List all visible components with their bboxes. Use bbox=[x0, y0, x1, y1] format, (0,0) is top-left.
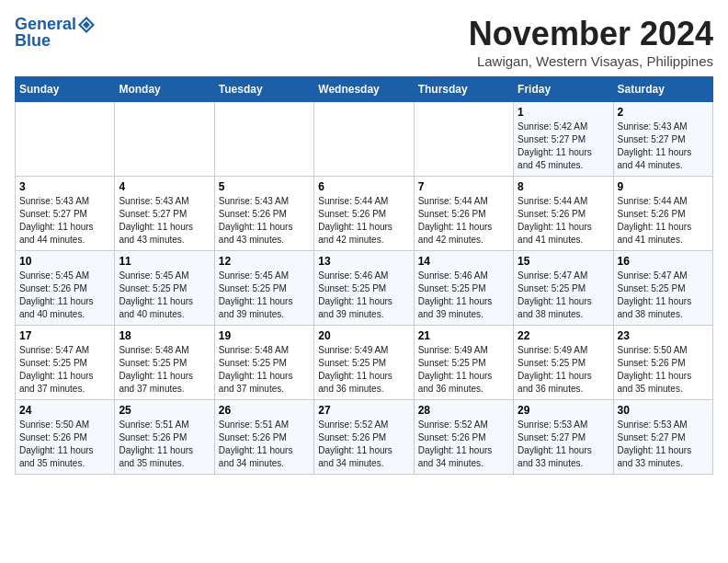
day-number: 7 bbox=[418, 180, 509, 193]
day-number: 5 bbox=[219, 180, 310, 193]
day-number: 23 bbox=[618, 329, 709, 342]
day-info: Sunrise: 5:45 AMSunset: 5:25 PMDaylight:… bbox=[119, 270, 210, 321]
week-row-4: 17Sunrise: 5:47 AMSunset: 5:25 PMDayligh… bbox=[16, 326, 713, 400]
header-monday: Monday bbox=[115, 77, 214, 102]
day-info: Sunrise: 5:53 AMSunset: 5:27 PMDaylight:… bbox=[618, 419, 709, 470]
day-info: Sunrise: 5:48 AMSunset: 5:25 PMDaylight:… bbox=[119, 344, 210, 396]
logo-blue: Blue bbox=[15, 31, 95, 52]
header-thursday: Thursday bbox=[414, 77, 513, 102]
day-info: Sunrise: 5:43 AMSunset: 5:27 PMDaylight:… bbox=[19, 195, 110, 247]
day-info: Sunrise: 5:49 AMSunset: 5:25 PMDaylight:… bbox=[418, 344, 509, 396]
day-info: Sunrise: 5:45 AMSunset: 5:25 PMDaylight:… bbox=[219, 270, 310, 321]
day-number: 2 bbox=[618, 106, 709, 119]
day-number: 13 bbox=[318, 255, 409, 268]
day-number: 21 bbox=[418, 329, 509, 342]
day-cell: 10Sunrise: 5:45 AMSunset: 5:26 PMDayligh… bbox=[16, 251, 115, 326]
day-info: Sunrise: 5:52 AMSunset: 5:26 PMDaylight:… bbox=[318, 419, 409, 470]
day-info: Sunrise: 5:50 AMSunset: 5:26 PMDaylight:… bbox=[19, 419, 110, 470]
day-cell: 27Sunrise: 5:52 AMSunset: 5:26 PMDayligh… bbox=[314, 400, 414, 475]
day-number: 12 bbox=[219, 255, 310, 268]
day-number: 3 bbox=[19, 180, 110, 193]
day-cell: 3Sunrise: 5:43 AMSunset: 5:27 PMDaylight… bbox=[16, 177, 115, 251]
day-info: Sunrise: 5:46 AMSunset: 5:25 PMDaylight:… bbox=[418, 270, 509, 321]
day-info: Sunrise: 5:43 AMSunset: 5:27 PMDaylight:… bbox=[119, 195, 210, 247]
week-row-2: 3Sunrise: 5:43 AMSunset: 5:27 PMDaylight… bbox=[16, 177, 713, 251]
day-number: 1 bbox=[518, 106, 609, 119]
day-info: Sunrise: 5:43 AMSunset: 5:26 PMDaylight:… bbox=[219, 195, 310, 247]
header-saturday: Saturday bbox=[613, 77, 712, 102]
day-info: Sunrise: 5:51 AMSunset: 5:26 PMDaylight:… bbox=[219, 419, 310, 470]
day-info: Sunrise: 5:48 AMSunset: 5:25 PMDaylight:… bbox=[219, 344, 310, 396]
day-number: 27 bbox=[318, 404, 409, 417]
header-sunday: Sunday bbox=[16, 77, 115, 102]
day-number: 22 bbox=[518, 329, 609, 342]
day-cell: 2Sunrise: 5:43 AMSunset: 5:27 PMDaylight… bbox=[613, 102, 712, 177]
day-cell bbox=[16, 102, 115, 177]
day-cell: 19Sunrise: 5:48 AMSunset: 5:25 PMDayligh… bbox=[214, 326, 313, 400]
day-cell: 4Sunrise: 5:43 AMSunset: 5:27 PMDaylight… bbox=[115, 177, 214, 251]
day-number: 29 bbox=[518, 404, 609, 417]
day-number: 8 bbox=[518, 180, 609, 193]
day-info: Sunrise: 5:42 AMSunset: 5:27 PMDaylight:… bbox=[518, 121, 609, 172]
day-number: 26 bbox=[219, 404, 310, 417]
day-number: 14 bbox=[418, 255, 509, 268]
day-number: 25 bbox=[119, 404, 210, 417]
day-cell: 24Sunrise: 5:50 AMSunset: 5:26 PMDayligh… bbox=[16, 400, 115, 475]
day-info: Sunrise: 5:49 AMSunset: 5:25 PMDaylight:… bbox=[518, 344, 609, 396]
day-info: Sunrise: 5:49 AMSunset: 5:25 PMDaylight:… bbox=[318, 344, 409, 396]
day-number: 24 bbox=[19, 404, 110, 417]
day-cell: 14Sunrise: 5:46 AMSunset: 5:25 PMDayligh… bbox=[414, 251, 513, 326]
day-info: Sunrise: 5:50 AMSunset: 5:26 PMDaylight:… bbox=[618, 344, 709, 396]
day-cell: 18Sunrise: 5:48 AMSunset: 5:25 PMDayligh… bbox=[115, 326, 214, 400]
header-row: SundayMondayTuesdayWednesdayThursdayFrid… bbox=[16, 77, 713, 102]
day-number: 28 bbox=[418, 404, 509, 417]
day-number: 30 bbox=[618, 404, 709, 417]
day-cell bbox=[115, 102, 214, 177]
day-info: Sunrise: 5:44 AMSunset: 5:26 PMDaylight:… bbox=[418, 195, 509, 247]
day-cell: 28Sunrise: 5:52 AMSunset: 5:26 PMDayligh… bbox=[414, 400, 513, 475]
day-number: 9 bbox=[618, 180, 709, 193]
day-info: Sunrise: 5:51 AMSunset: 5:26 PMDaylight:… bbox=[119, 419, 210, 470]
day-cell: 12Sunrise: 5:45 AMSunset: 5:25 PMDayligh… bbox=[214, 251, 313, 326]
day-number: 20 bbox=[318, 329, 409, 342]
page-header: General Blue November 2024 Lawigan, West… bbox=[15, 15, 713, 69]
day-info: Sunrise: 5:47 AMSunset: 5:25 PMDaylight:… bbox=[19, 344, 110, 396]
day-number: 11 bbox=[119, 255, 210, 268]
header-wednesday: Wednesday bbox=[314, 77, 414, 102]
logo: General Blue bbox=[15, 15, 95, 51]
day-cell: 7Sunrise: 5:44 AMSunset: 5:26 PMDaylight… bbox=[414, 177, 513, 251]
day-cell: 1Sunrise: 5:42 AMSunset: 5:27 PMDaylight… bbox=[514, 102, 613, 177]
day-cell bbox=[214, 102, 313, 177]
day-info: Sunrise: 5:44 AMSunset: 5:26 PMDaylight:… bbox=[518, 195, 609, 247]
day-cell: 11Sunrise: 5:45 AMSunset: 5:25 PMDayligh… bbox=[115, 251, 214, 326]
day-cell: 8Sunrise: 5:44 AMSunset: 5:26 PMDaylight… bbox=[514, 177, 613, 251]
day-info: Sunrise: 5:47 AMSunset: 5:25 PMDaylight:… bbox=[518, 270, 609, 321]
day-cell: 23Sunrise: 5:50 AMSunset: 5:26 PMDayligh… bbox=[613, 326, 712, 400]
day-cell bbox=[314, 102, 414, 177]
calendar-table: SundayMondayTuesdayWednesdayThursdayFrid… bbox=[15, 76, 713, 475]
location: Lawigan, Western Visayas, Philippines bbox=[469, 53, 713, 69]
day-number: 10 bbox=[19, 255, 110, 268]
day-number: 18 bbox=[119, 329, 210, 342]
day-info: Sunrise: 5:44 AMSunset: 5:26 PMDaylight:… bbox=[618, 195, 709, 247]
day-cell: 26Sunrise: 5:51 AMSunset: 5:26 PMDayligh… bbox=[214, 400, 313, 475]
day-cell: 9Sunrise: 5:44 AMSunset: 5:26 PMDaylight… bbox=[613, 177, 712, 251]
day-info: Sunrise: 5:53 AMSunset: 5:27 PMDaylight:… bbox=[518, 419, 609, 470]
day-info: Sunrise: 5:44 AMSunset: 5:26 PMDaylight:… bbox=[318, 195, 409, 247]
day-cell: 21Sunrise: 5:49 AMSunset: 5:25 PMDayligh… bbox=[414, 326, 513, 400]
day-info: Sunrise: 5:52 AMSunset: 5:26 PMDaylight:… bbox=[418, 419, 509, 470]
day-cell: 29Sunrise: 5:53 AMSunset: 5:27 PMDayligh… bbox=[514, 400, 613, 475]
day-cell: 13Sunrise: 5:46 AMSunset: 5:25 PMDayligh… bbox=[314, 251, 414, 326]
day-cell: 25Sunrise: 5:51 AMSunset: 5:26 PMDayligh… bbox=[115, 400, 214, 475]
day-number: 6 bbox=[318, 180, 409, 193]
day-cell: 17Sunrise: 5:47 AMSunset: 5:25 PMDayligh… bbox=[16, 326, 115, 400]
day-info: Sunrise: 5:46 AMSunset: 5:25 PMDaylight:… bbox=[318, 270, 409, 321]
day-info: Sunrise: 5:47 AMSunset: 5:25 PMDaylight:… bbox=[618, 270, 709, 321]
day-number: 17 bbox=[19, 329, 110, 342]
day-cell: 20Sunrise: 5:49 AMSunset: 5:25 PMDayligh… bbox=[314, 326, 414, 400]
week-row-5: 24Sunrise: 5:50 AMSunset: 5:26 PMDayligh… bbox=[16, 400, 713, 475]
header-friday: Friday bbox=[514, 77, 613, 102]
day-number: 19 bbox=[219, 329, 310, 342]
day-cell: 22Sunrise: 5:49 AMSunset: 5:25 PMDayligh… bbox=[514, 326, 613, 400]
day-cell: 15Sunrise: 5:47 AMSunset: 5:25 PMDayligh… bbox=[514, 251, 613, 326]
